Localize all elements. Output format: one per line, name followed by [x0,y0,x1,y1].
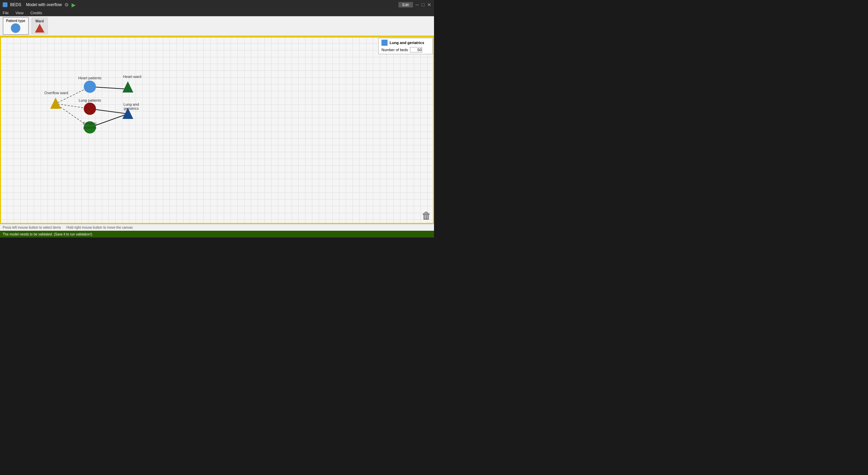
titlebar: BEDS Model with overflow ⚙ ▶ Edit ─ □ ✕ [0,0,434,9]
validation-msg: The model needs to be validated. (Save i… [3,232,92,236]
trash-icon[interactable]: 🗑 [422,210,431,221]
close-icon[interactable]: ✕ [427,2,431,7]
ward-label: Ward [35,19,44,23]
window-title: Model with overflow [26,2,62,7]
graph-svg [0,37,434,224]
info-panel: Lung and geriatrics Number of beds [378,38,433,54]
edit-button[interactable]: Edit [398,2,413,7]
ward-icon [35,24,44,33]
maximize-icon[interactable]: □ [422,2,425,7]
status-bar-bottom: The model needs to be validated. (Save i… [0,231,434,238]
beds-input[interactable] [410,47,422,53]
info-panel-body: Number of beds [381,47,430,53]
left-mouse-hint: Press left mouse button to select items [3,226,61,229]
app-icon [3,2,7,7]
menu-credits[interactable]: Credits [29,11,43,15]
right-mouse-hint: Hold right mouse button to move the canv… [66,226,133,229]
titlebar-controls: Edit ─ □ ✕ [398,2,431,7]
patient-type-tool[interactable]: Patient type [3,17,29,35]
svg-point-9 [84,103,96,115]
menu-file[interactable]: File [1,11,10,15]
app-name: BEDS [10,2,21,7]
beds-label: Number of beds [381,48,408,52]
settings-icon[interactable]: ⚙ [64,2,69,7]
ward-tool[interactable]: Ward [32,18,48,34]
info-panel-title: Lung and geriatrics [390,41,424,45]
ward-color-swatch [381,40,388,46]
info-panel-header: Lung and geriatrics [381,40,430,46]
toolbar: Patient type Ward [0,16,434,37]
menubar: File View Credits [0,9,434,16]
status-bar-top: Press left mouse button to select items … [0,224,434,231]
minimize-icon[interactable]: ─ [416,2,419,7]
canvas-area[interactable]: Heart patients Heart ward Overflow ward … [0,37,434,224]
patient-type-label: Patient type [6,19,25,23]
titlebar-left: BEDS Model with overflow ⚙ ▶ [3,2,76,8]
svg-point-11 [84,121,96,133]
svg-marker-8 [50,98,61,109]
menu-view[interactable]: View [14,11,25,15]
patient-type-icon [11,23,20,33]
run-icon[interactable]: ▶ [72,2,76,8]
svg-point-6 [84,81,96,93]
svg-marker-7 [122,81,133,92]
